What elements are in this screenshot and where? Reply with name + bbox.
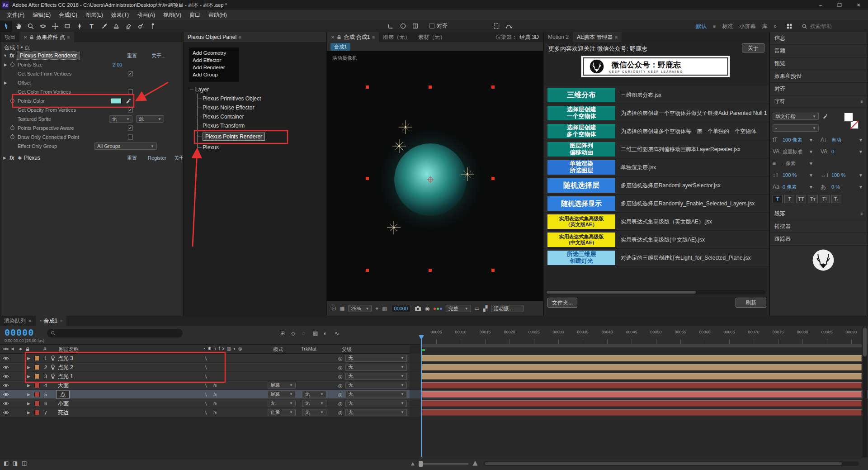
- tab-effect-controls[interactable]: ✕ 效果控件 点 ≡: [19, 32, 74, 42]
- menu-file[interactable]: 文件(F): [3, 11, 28, 19]
- layer-duration-bar[interactable]: [421, 355, 862, 361]
- parent-pickwhip-icon[interactable]: ◎: [338, 391, 343, 397]
- quality-switch-icon[interactable]: ∖: [204, 383, 207, 388]
- effects-switch-icon[interactable]: fx: [213, 401, 217, 406]
- frame-blend-icon[interactable]: ▥: [313, 330, 318, 337]
- tsume-value[interactable]: 0 %: [831, 184, 840, 190]
- eyedropper-icon[interactable]: [822, 114, 828, 119]
- time-ruler[interactable]: 0000500010000150002000025000300003500040…: [420, 327, 863, 344]
- about-link[interactable]: 关于...: [174, 155, 183, 161]
- tab-script-manager[interactable]: AE脚本 管理器≡: [573, 32, 622, 42]
- comp-mini-flowchart-icon[interactable]: ⊞: [280, 330, 285, 337]
- timeline-search-input[interactable]: [58, 331, 171, 336]
- selection-handle[interactable]: [491, 85, 495, 89]
- tree-root-layer[interactable]: ─ Layer: [190, 86, 209, 93]
- parent-dropdown[interactable]: 无▼: [345, 382, 407, 389]
- trkmat-column-header[interactable]: TrkMat: [301, 346, 316, 351]
- panel-menu-icon[interactable]: ≡: [60, 318, 62, 323]
- workspace-grid-icon[interactable]: [783, 21, 795, 32]
- effects-switch-icon[interactable]: fx: [213, 392, 217, 397]
- twirl-right-icon[interactable]: ▶: [27, 365, 30, 370]
- toggle-transfer-controls-icon[interactable]: ◨: [13, 460, 18, 466]
- perspective-checkbox[interactable]: [128, 126, 133, 131]
- panel-character[interactable]: 字符≡: [770, 95, 868, 108]
- vertical-scale-value[interactable]: 100 %: [783, 172, 797, 178]
- parent-pickwhip-icon[interactable]: ◎: [338, 355, 343, 361]
- chevron-down-icon[interactable]: ▼: [809, 161, 813, 166]
- twirl-right-icon[interactable]: ▶: [27, 392, 30, 397]
- chevron-down-icon[interactable]: ▼: [859, 138, 863, 142]
- panel-menu-icon[interactable]: ≡: [860, 211, 863, 216]
- timeline-search-field[interactable]: [47, 329, 183, 337]
- get-color-checkbox[interactable]: [128, 90, 133, 95]
- trkmat-dropdown[interactable]: 无▼: [302, 391, 326, 398]
- horizontal-scale-value[interactable]: 100 %: [831, 172, 845, 178]
- roto-brush-tool-icon[interactable]: [134, 21, 146, 32]
- workspace-standard[interactable]: 标准: [722, 23, 733, 30]
- register-link[interactable]: Register: [148, 155, 166, 161]
- twirl-right-icon[interactable]: ▶: [27, 356, 30, 361]
- mode-column-header[interactable]: 模式: [273, 346, 283, 353]
- lock-icon[interactable]: [29, 34, 34, 40]
- layer-name[interactable]: 小面: [58, 399, 69, 407]
- effects-switch-icon[interactable]: fx: [213, 383, 217, 388]
- pen-tool-icon[interactable]: [73, 21, 85, 32]
- twirl-right-icon[interactable]: ▶: [27, 401, 30, 406]
- parent-dropdown[interactable]: 无▼: [345, 400, 407, 407]
- reset-link[interactable]: 重置: [127, 52, 137, 59]
- fx-badge-icon[interactable]: fx: [9, 155, 14, 161]
- points-size-value[interactable]: 2.00: [113, 62, 122, 67]
- panel-audio[interactable]: 音频: [770, 45, 868, 57]
- tab-footage[interactable]: 素材（无）: [414, 32, 449, 42]
- chevron-down-icon[interactable]: ▼: [859, 173, 863, 178]
- magnification-dropdown[interactable]: 25%▼: [348, 305, 372, 312]
- script-button[interactable]: 选择层创建 一个空物体: [547, 106, 615, 120]
- reset-link[interactable]: 重置: [127, 155, 137, 161]
- layer-row-6[interactable]: ▶ 6 小面 ∖ fx 无▼ 无▼ ◎ 无▼: [0, 399, 868, 408]
- timeline-hscrollbar[interactable]: [484, 461, 859, 466]
- tree-item-noise-effector[interactable]: Plexus Noise Effector: [203, 104, 255, 111]
- timeline-zoom-slider[interactable]: [419, 463, 468, 465]
- layer-duration-bar[interactable]: [421, 409, 862, 416]
- stopwatch-icon[interactable]: [10, 135, 14, 139]
- chevron-down-icon[interactable]: ▼: [809, 149, 813, 154]
- kerning-value[interactable]: 度量标准: [783, 148, 802, 155]
- parent-dropdown[interactable]: 无▼: [345, 409, 407, 416]
- script-button[interactable]: 随机选择层: [547, 178, 615, 193]
- points-color-swatch[interactable]: [111, 98, 122, 104]
- twirl-right-icon[interactable]: ▶: [3, 156, 6, 160]
- scrollbar-thumb[interactable]: [547, 291, 696, 294]
- script-hscrollbar[interactable]: [546, 290, 765, 294]
- font-family-dropdown[interactable]: 华文行楷▼: [773, 113, 819, 120]
- effect-group-dropdown[interactable]: All Groups▼: [94, 142, 157, 150]
- get-scale-checkbox[interactable]: [128, 71, 133, 76]
- panel-menu-icon[interactable]: ≡: [615, 35, 618, 40]
- minimize-icon[interactable]: –: [811, 0, 830, 10]
- name-column-header[interactable]: 图层名称: [59, 346, 79, 353]
- fx-badge-icon[interactable]: fx: [9, 52, 14, 59]
- mask-visibility-icon[interactable]: [491, 21, 503, 32]
- zoom-out-mountain-icon[interactable]: [410, 461, 415, 466]
- quality-switch-icon[interactable]: ∖: [204, 401, 207, 406]
- quality-switch-icon[interactable]: ∖: [204, 374, 207, 379]
- twirl-down-icon[interactable]: ▼: [3, 53, 7, 58]
- help-search-input[interactable]: [810, 23, 864, 29]
- label-color-chip[interactable]: [34, 410, 40, 415]
- layer-name-editing[interactable]: 点: [56, 390, 70, 399]
- menu-effect[interactable]: 效果(T): [107, 11, 133, 19]
- puppet-pin-tool-icon[interactable]: [146, 21, 159, 32]
- script-button[interactable]: 所选三维层 创建灯光: [547, 251, 615, 265]
- layer-duration-bar[interactable]: [421, 391, 862, 398]
- selection-handle[interactable]: [491, 269, 495, 272]
- draw-connected-checkbox[interactable]: [128, 135, 133, 140]
- light-flare-icon[interactable]: [387, 221, 401, 234]
- show-snapshot-icon[interactable]: ◉: [425, 305, 429, 312]
- panel-wiggler[interactable]: 摇摆器: [770, 220, 868, 233]
- tree-item-points-renderer[interactable]: Plexus Points Renderer: [203, 133, 265, 141]
- workspace-small-screen[interactable]: 小屏幕: [739, 23, 755, 30]
- roi-icon[interactable]: ▭: [475, 305, 480, 312]
- script-button[interactable]: 选择层创建 多个空物体: [547, 124, 615, 138]
- layer-row-4[interactable]: ▶ 4 大面 ∖ fx 屏幕▼ ◎ 无▼: [0, 381, 868, 390]
- eye-icon[interactable]: [3, 401, 9, 406]
- layer-name[interactable]: 亮边: [58, 408, 69, 416]
